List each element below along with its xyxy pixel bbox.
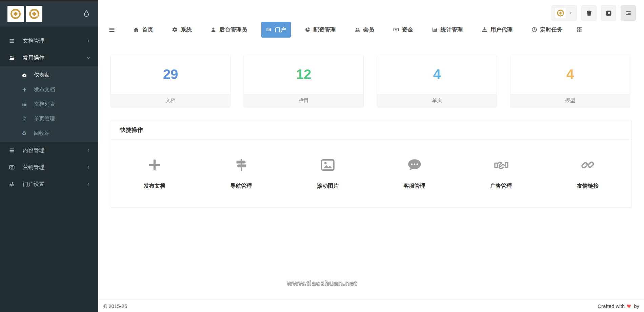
image-icon [320, 157, 336, 173]
sidebar-item-label: 门户设置 [23, 181, 44, 188]
sidebar-subitem-publish-doc[interactable]: 发布文档 [0, 82, 98, 97]
topbar-buttons [551, 5, 636, 21]
stat-card-documents[interactable]: 29 文档 [111, 55, 230, 107]
tab-label: 资金 [402, 26, 413, 34]
sidebar-toggle-icon[interactable] [108, 26, 115, 33]
tab-label: 会员 [363, 26, 375, 34]
stat-card-single-pages[interactable]: 4 单页 [377, 55, 497, 107]
avatar [555, 8, 566, 18]
plus-icon [146, 157, 163, 173]
quick-actions-body: 发布文档 导航管理 滚动图片 客服管理 广告管理 友情链接 [111, 140, 631, 207]
stat-label: 文档 [111, 94, 230, 107]
sidebar-subitem-label: 仪表盘 [34, 71, 50, 79]
sidebar-item-portal-settings[interactable]: 门户设置 [0, 176, 98, 193]
tab-allocation-manage[interactable]: 配资管理 [300, 22, 341, 38]
tab-label: 系统 [181, 26, 192, 34]
tab-members[interactable]: 会员 [350, 22, 379, 38]
newspaper-icon [266, 27, 272, 33]
money-icon [393, 27, 399, 33]
sidebar-subitem-dashboard[interactable]: 仪表盘 [0, 68, 98, 82]
bar-chart-icon [432, 27, 438, 33]
panel-title: 快捷操作 [111, 120, 631, 140]
tab-label: 用户代理 [490, 26, 513, 34]
site-watermark: www.tiaozhuan.net [287, 279, 357, 287]
stat-value: 29 [111, 55, 230, 94]
tab-home[interactable]: 首页 [128, 22, 158, 38]
sidebar-menu: 文档管理 常用操作 仪表盘 发布文档 文档列表 W 单页管理 [0, 26, 98, 193]
tab-funds[interactable]: 资金 [388, 22, 418, 38]
stat-value: 4 [510, 55, 630, 94]
brand-logo-icon [7, 6, 24, 22]
users-icon [355, 27, 360, 33]
chain-icon [580, 157, 596, 173]
sidebar-item-document-manage[interactable]: 文档管理 [0, 33, 98, 49]
stat-cards-row: 29 文档 12 栏目 4 单页 4 模型 [111, 55, 630, 107]
topbar: 首页 系统 后台管理员 门户 配资管理 会员 [98, 0, 644, 43]
sidebar-item-label: 文档管理 [23, 38, 44, 45]
stat-value: 4 [377, 55, 497, 94]
main-content: 首页 系统 后台管理员 门户 配资管理 会员 [98, 0, 644, 312]
tab-statistics[interactable]: 统计管理 [427, 22, 468, 38]
drop-icon[interactable] [82, 9, 91, 18]
signpost-icon [233, 157, 249, 173]
tab-label: 门户 [275, 26, 286, 34]
home-icon [133, 27, 139, 33]
nav-list-button[interactable] [621, 5, 636, 21]
quick-action-label: 友情链接 [577, 183, 599, 190]
quick-action-ad-manage[interactable]: 广告管理 [458, 157, 545, 190]
heart-icon [627, 304, 632, 309]
sidebar-item-content-manage[interactable]: 内容管理 [0, 142, 98, 159]
quick-action-friend-links[interactable]: 友情链接 [544, 157, 631, 190]
tab-user-agent[interactable]: 用户代理 [477, 22, 518, 38]
sliders-icon [9, 181, 18, 187]
quick-action-label: 客服管理 [404, 183, 425, 190]
trash-icon [586, 10, 592, 17]
sidebar-subitem-label: 文档列表 [34, 101, 55, 108]
gear-icon [172, 27, 178, 33]
sidebar-subitem-doc-list[interactable]: 文档列表 [0, 97, 98, 111]
tab-overview-grid-icon[interactable] [577, 26, 583, 33]
top-nav-tabs: 首页 系统 后台管理员 门户 配资管理 会员 [108, 22, 583, 38]
caret-down-icon [568, 11, 573, 16]
plus-icon [22, 87, 31, 92]
expand-arrow-icon [605, 10, 612, 17]
folder-open-icon [9, 55, 18, 61]
tab-portal[interactable]: 门户 [261, 22, 291, 38]
stat-card-categories[interactable]: 12 栏目 [244, 55, 363, 107]
chevron-left-icon [86, 148, 91, 153]
tab-label: 统计管理 [441, 26, 463, 34]
pie-chart-icon [305, 27, 310, 33]
stat-value: 12 [244, 55, 363, 94]
tab-cron-tasks[interactable]: 定时任务 [527, 22, 567, 38]
sidebar-subitem-single-page[interactable]: W 单页管理 [0, 111, 98, 126]
sidebar-item-common-operations[interactable]: 常用操作 [0, 49, 98, 66]
sidebar-subitem-recycle-bin[interactable]: ♻ 回收站 [0, 126, 98, 141]
profile-button[interactable] [551, 5, 577, 21]
quick-action-label: 广告管理 [490, 183, 512, 190]
trash-button[interactable] [581, 5, 597, 21]
th-list-icon [9, 38, 18, 44]
fullscreen-button[interactable] [601, 5, 616, 21]
list-alt-icon [625, 10, 632, 17]
sidebar-item-label: 内容管理 [23, 147, 44, 154]
tab-label: 首页 [142, 26, 153, 34]
clock-icon [531, 27, 537, 33]
tab-system[interactable]: 系统 [167, 22, 197, 38]
tab-label: 配资管理 [314, 26, 336, 34]
th-list-icon [9, 147, 18, 153]
file-word-icon: W [22, 116, 31, 122]
tab-label: 后台管理员 [219, 26, 247, 34]
tab-admin[interactable]: 后台管理员 [206, 22, 252, 38]
recycle-icon: ♻ [22, 131, 31, 136]
quick-action-slider-images[interactable]: 滚动图片 [284, 157, 371, 190]
sidebar-logo-bar [0, 0, 98, 26]
quick-action-publish-doc[interactable]: 发布文档 [111, 157, 198, 190]
sidebar-item-marketing-manage[interactable]: 营销管理 [0, 159, 98, 176]
tachometer-icon [22, 72, 31, 78]
quick-action-nav-manage[interactable]: 导航管理 [198, 157, 285, 190]
stat-card-models[interactable]: 4 模型 [510, 55, 630, 107]
coin-icon [9, 164, 18, 170]
th-list-icon [22, 102, 31, 107]
quick-action-customer-service[interactable]: 客服管理 [371, 157, 458, 190]
footer-copyright: © 2015-25 [103, 303, 127, 309]
